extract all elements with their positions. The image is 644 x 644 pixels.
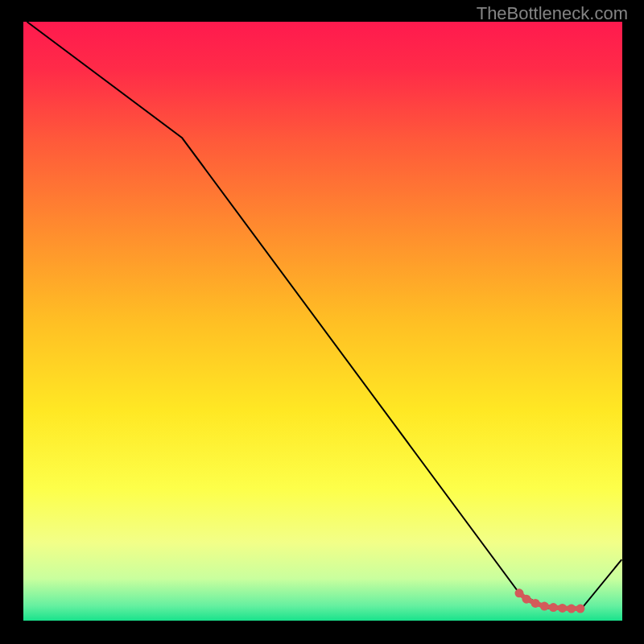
series-red-marker (549, 603, 558, 612)
gradient-background (23, 22, 622, 621)
series-red-marker (576, 605, 584, 613)
chart-frame: TheBottleneck.com (0, 0, 644, 644)
series-red-marker (567, 605, 576, 613)
series-red-marker (531, 599, 540, 608)
series-red-marker (515, 588, 524, 597)
watermark-text: TheBottleneck.com (477, 3, 628, 24)
series-red-marker (540, 602, 549, 611)
bottleneck-chart (0, 0, 644, 644)
series-red-marker (522, 595, 531, 604)
series-red-marker (558, 604, 567, 613)
